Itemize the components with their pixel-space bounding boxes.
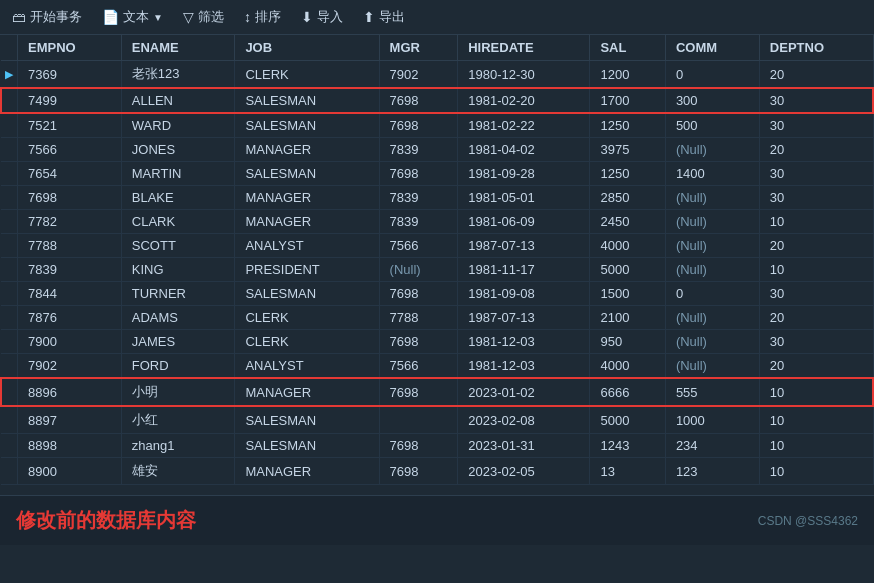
row-indicator <box>1 306 18 330</box>
cell-empno: 8897 <box>18 406 122 434</box>
row-indicator <box>1 378 18 406</box>
table-row[interactable]: 7788SCOTTANALYST75661987-07-134000(Null)… <box>1 234 873 258</box>
cell-comm: (Null) <box>665 306 759 330</box>
sort-icon: ↕ <box>244 9 251 25</box>
cell-empno: 7902 <box>18 354 122 379</box>
cell-empno: 8900 <box>18 458 122 485</box>
cell-hiredate: 1981-05-01 <box>458 186 590 210</box>
cell-hiredate: 1981-04-02 <box>458 138 590 162</box>
col-header-sal[interactable]: SAL <box>590 35 665 61</box>
text-btn[interactable]: 📄 文本 ▼ <box>98 6 167 28</box>
filter-btn[interactable]: ▽ 筛选 <box>179 6 228 28</box>
start-transaction-btn[interactable]: 🗃 开始事务 <box>8 6 86 28</box>
col-header-hiredate[interactable]: HIREDATE <box>458 35 590 61</box>
cell-empno: 7521 <box>18 113 122 138</box>
cell-job: SALESMAN <box>235 406 379 434</box>
cell-ename: WARD <box>121 113 235 138</box>
table-row[interactable]: ▶7369老张123CLERK79021980-12-301200020 <box>1 61 873 89</box>
cell-empno: 7698 <box>18 186 122 210</box>
cell-ename: ADAMS <box>121 306 235 330</box>
cell-deptno: 10 <box>759 378 873 406</box>
cell-job: SALESMAN <box>235 162 379 186</box>
table-row[interactable]: 7782CLARKMANAGER78391981-06-092450(Null)… <box>1 210 873 234</box>
row-indicator <box>1 434 18 458</box>
cell-job: CLERK <box>235 330 379 354</box>
cell-mgr: 7698 <box>379 162 458 186</box>
table-row[interactable]: 7698BLAKEMANAGER78391981-05-012850(Null)… <box>1 186 873 210</box>
cell-sal: 5000 <box>590 258 665 282</box>
cell-sal: 4000 <box>590 234 665 258</box>
data-table-container: EMPNO ENAME JOB MGR HIREDATE SAL COMM DE… <box>0 35 874 495</box>
col-header-empno[interactable]: EMPNO <box>18 35 122 61</box>
col-header-ename[interactable]: ENAME <box>121 35 235 61</box>
table-row[interactable]: 7844TURNERSALESMAN76981981-09-081500030 <box>1 282 873 306</box>
table-row[interactable]: 8898zhang1SALESMAN76982023-01-3112432341… <box>1 434 873 458</box>
table-row[interactable]: 7839KINGPRESIDENT(Null)1981-11-175000(Nu… <box>1 258 873 282</box>
cell-job: SALESMAN <box>235 434 379 458</box>
cell-job: MANAGER <box>235 138 379 162</box>
cell-empno: 8898 <box>18 434 122 458</box>
data-table: EMPNO ENAME JOB MGR HIREDATE SAL COMM DE… <box>0 35 874 485</box>
cell-deptno: 30 <box>759 113 873 138</box>
row-indicator <box>1 113 18 138</box>
table-row[interactable]: 8900雄安MANAGER76982023-02-051312310 <box>1 458 873 485</box>
cell-empno: 7499 <box>18 88 122 113</box>
col-header-deptno[interactable]: DEPTNO <box>759 35 873 61</box>
col-header-mgr[interactable]: MGR <box>379 35 458 61</box>
table-row[interactable]: 7876ADAMSCLERK77881987-07-132100(Null)20 <box>1 306 873 330</box>
toolbar: 🗃 开始事务 📄 文本 ▼ ▽ 筛选 ↕ 排序 ⬇ 导入 ⬆ 导出 <box>0 0 874 35</box>
cell-sal: 13 <box>590 458 665 485</box>
cell-mgr <box>379 406 458 434</box>
row-indicator <box>1 354 18 379</box>
cell-hiredate: 2023-02-08 <box>458 406 590 434</box>
cell-ename: JONES <box>121 138 235 162</box>
cell-job: CLERK <box>235 61 379 89</box>
cell-sal: 1250 <box>590 162 665 186</box>
cell-sal: 1243 <box>590 434 665 458</box>
cell-sal: 2100 <box>590 306 665 330</box>
table-row[interactable]: 8897小红SALESMAN2023-02-085000100010 <box>1 406 873 434</box>
table-row[interactable]: 7566JONESMANAGER78391981-04-023975(Null)… <box>1 138 873 162</box>
cell-ename: ALLEN <box>121 88 235 113</box>
cell-empno: 7654 <box>18 162 122 186</box>
table-row[interactable]: 7499ALLENSALESMAN76981981-02-20170030030 <box>1 88 873 113</box>
cell-hiredate: 1981-09-28 <box>458 162 590 186</box>
cell-deptno: 10 <box>759 210 873 234</box>
cell-empno: 7844 <box>18 282 122 306</box>
credit-text: CSDN @SSS4362 <box>758 514 858 528</box>
cell-comm: (Null) <box>665 138 759 162</box>
table-row[interactable]: 7902FORDANALYST75661981-12-034000(Null)2… <box>1 354 873 379</box>
cell-mgr: 7698 <box>379 113 458 138</box>
cell-deptno: 30 <box>759 282 873 306</box>
cell-mgr: 7566 <box>379 234 458 258</box>
cell-mgr: 7839 <box>379 186 458 210</box>
cell-mgr: 7788 <box>379 306 458 330</box>
table-row[interactable]: 8896小明MANAGER76982023-01-02666655510 <box>1 378 873 406</box>
table-row[interactable]: 7654MARTINSALESMAN76981981-09-2812501400… <box>1 162 873 186</box>
import-btn[interactable]: ⬇ 导入 <box>297 6 347 28</box>
sort-btn[interactable]: ↕ 排序 <box>240 6 285 28</box>
cell-comm: (Null) <box>665 210 759 234</box>
col-header-comm[interactable]: COMM <box>665 35 759 61</box>
cell-deptno: 10 <box>759 258 873 282</box>
export-btn[interactable]: ⬆ 导出 <box>359 6 409 28</box>
table-row[interactable]: 7900JAMESCLERK76981981-12-03950(Null)30 <box>1 330 873 354</box>
cell-sal: 1250 <box>590 113 665 138</box>
cell-job: PRESIDENT <box>235 258 379 282</box>
cell-mgr: 7839 <box>379 138 458 162</box>
cell-hiredate: 1981-02-22 <box>458 113 590 138</box>
cell-comm: 123 <box>665 458 759 485</box>
cell-job: MANAGER <box>235 458 379 485</box>
cell-job: SALESMAN <box>235 282 379 306</box>
table-row[interactable]: 7521WARDSALESMAN76981981-02-22125050030 <box>1 113 873 138</box>
col-header-job[interactable]: JOB <box>235 35 379 61</box>
cell-ename: CLARK <box>121 210 235 234</box>
row-indicator <box>1 138 18 162</box>
cell-sal: 2450 <box>590 210 665 234</box>
table-icon: 🗃 <box>12 9 26 25</box>
cell-hiredate: 2023-02-05 <box>458 458 590 485</box>
row-indicator <box>1 162 18 186</box>
cell-job: SALESMAN <box>235 113 379 138</box>
cell-deptno: 30 <box>759 186 873 210</box>
cell-comm: (Null) <box>665 234 759 258</box>
